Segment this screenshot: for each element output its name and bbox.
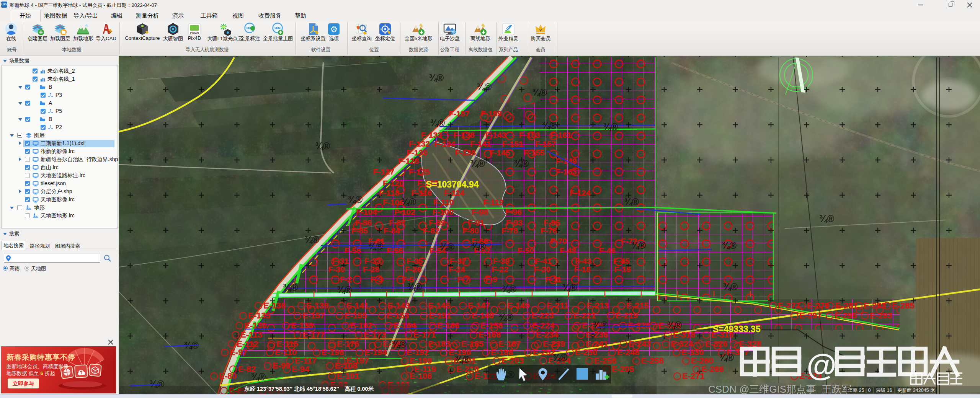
svg-text:F-76: F-76 <box>541 226 557 235</box>
svg-text:F-138: F-138 <box>454 130 475 139</box>
svg-text:E-136: E-136 <box>263 301 286 310</box>
svg-text:¾®: ¾® <box>631 240 646 251</box>
svg-text:F-116: F-116 <box>412 188 432 197</box>
svg-text:E-157: E-157 <box>302 311 325 320</box>
svg-text:E-141: E-141 <box>346 301 369 310</box>
svg-text:F-28: F-28 <box>363 265 380 274</box>
svg-text:E-130: E-130 <box>244 321 267 330</box>
svg-text:E-236: E-236 <box>586 330 608 339</box>
svg-text:E-106: E-106 <box>410 371 432 381</box>
svg-text:F-48: F-48 <box>560 246 577 255</box>
svg-text:¾®: ¾® <box>667 320 682 330</box>
svg-text:F-37: F-37 <box>450 256 466 265</box>
svg-text:PIX4D: PIX4D <box>190 31 199 35</box>
svg-text:E-258: E-258 <box>641 356 664 365</box>
svg-text:F-16: F-16 <box>614 265 631 274</box>
svg-text:¾®: ¾® <box>498 312 514 323</box>
svg-text:F-133: F-133 <box>421 130 442 139</box>
svg-text:¾®: ¾® <box>542 120 557 130</box>
svg-text:¾®: ¾® <box>368 241 384 251</box>
svg-text:⚙: ⚙ <box>330 24 338 34</box>
svg-text:F-125: F-125 <box>409 167 430 176</box>
svg-text:E-110: E-110 <box>275 347 297 357</box>
svg-text:E-147: E-147 <box>468 301 490 310</box>
svg-text:F-106: F-106 <box>383 198 404 207</box>
svg-text:E-213: E-213 <box>586 301 609 310</box>
svg-text:F-98: F-98 <box>472 207 488 216</box>
svg-text:F-130: F-130 <box>407 148 428 157</box>
svg-text:E-149: E-149 <box>472 311 494 320</box>
svg-text:E-234: E-234 <box>536 330 559 339</box>
svg-text:v: v <box>539 27 542 33</box>
svg-text:F-96: F-96 <box>505 207 522 216</box>
svg-text:F-41: F-41 <box>535 256 552 265</box>
svg-text:F-22: F-22 <box>492 265 508 274</box>
svg-text:F-35: F-35 <box>407 256 423 265</box>
svg-text:¾®: ¾® <box>501 284 517 294</box>
svg-text:¾®: ¾® <box>719 352 734 363</box>
svg-text:E-271: E-271 <box>682 371 705 381</box>
svg-text:S=49333.35: S=49333.35 <box>713 324 761 334</box>
svg-text:E-215: E-215 <box>626 301 649 310</box>
svg-text:F-45: F-45 <box>613 256 630 265</box>
svg-text:E-164: E-164 <box>394 321 416 330</box>
svg-text:¾®: ¾® <box>429 72 444 83</box>
svg-text:¾®: ¾® <box>819 213 835 224</box>
svg-text:E-221: E-221 <box>573 311 596 320</box>
svg-text:F-87: F-87 <box>389 218 405 227</box>
svg-text:F-155: F-155 <box>524 148 545 157</box>
svg-text:E-113: E-113 <box>240 330 263 339</box>
svg-text:F-95: F-95 <box>544 218 560 227</box>
svg-text:¾®: ¾® <box>471 241 486 251</box>
svg-text:E-326: E-326 <box>705 339 728 349</box>
svg-text:F-89: F-89 <box>429 218 445 227</box>
svg-text:F-24: F-24 <box>449 265 466 274</box>
svg-text:E-203: E-203 <box>501 356 524 365</box>
svg-text:@: @ <box>807 348 836 382</box>
svg-text:F-189: F-189 <box>481 109 502 118</box>
svg-text:E-145: E-145 <box>428 301 451 310</box>
svg-text:E-295: E-295 <box>835 311 857 320</box>
svg-text:F-50: F-50 <box>518 246 534 255</box>
svg-text:F-43: F-43 <box>575 256 591 265</box>
svg-text:F-86: F-86 <box>355 218 372 227</box>
svg-text:F-93: F-93 <box>506 218 523 227</box>
svg-text:E-224: E-224 <box>532 321 555 330</box>
svg-text:E-183: E-183 <box>428 339 451 349</box>
svg-text:¾®: ¾® <box>251 371 266 382</box>
svg-text:E-153: E-153 <box>387 311 409 320</box>
svg-text:F-143: F-143 <box>485 130 506 139</box>
svg-text:F-104: F-104 <box>356 207 377 216</box>
svg-text:¾®: ¾® <box>401 196 416 207</box>
svg-text:F-3: F-3 <box>371 275 383 284</box>
svg-text:¾®: ¾® <box>624 196 639 207</box>
svg-text:F-26: F-26 <box>405 265 421 274</box>
svg-text:F-128: F-128 <box>398 157 419 165</box>
svg-text:¾®: ¾® <box>593 320 608 330</box>
svg-text:E-143: E-143 <box>387 301 410 310</box>
svg-text:F-18: F-18 <box>574 265 591 274</box>
svg-text:F-120: F-120 <box>383 179 404 188</box>
svg-text:E-97: E-97 <box>230 347 247 357</box>
svg-text:¾®: ¾® <box>552 352 568 363</box>
svg-text:¾®: ¾® <box>315 140 330 151</box>
svg-text:F-100: F-100 <box>433 207 454 216</box>
svg-text:¾®: ¾® <box>562 282 577 293</box>
svg-text:¾®: ¾® <box>337 284 352 295</box>
svg-text:F-151: F-151 <box>502 139 523 148</box>
svg-text:¾®: ¾® <box>514 158 529 169</box>
svg-text:F-112: F-112 <box>483 198 504 207</box>
svg-text:¾®: ¾® <box>283 282 298 293</box>
svg-text:F-46: F-46 <box>599 246 616 255</box>
svg-text:E-94: E-94 <box>292 364 310 374</box>
svg-text:F-85: F-85 <box>351 226 368 235</box>
svg-text:F-91: F-91 <box>468 218 485 227</box>
svg-text:E-293: E-293 <box>870 311 892 320</box>
svg-text:E-133: E-133 <box>291 321 314 330</box>
svg-text:¾®: ¾® <box>348 194 363 205</box>
svg-text:F-187: F-187 <box>449 109 470 118</box>
svg-text:E-162: E-162 <box>350 321 373 330</box>
svg-text:E-151: E-151 <box>429 311 451 320</box>
svg-text:F-127: F-127 <box>373 167 394 176</box>
svg-text:E-139: E-139 <box>306 301 329 310</box>
